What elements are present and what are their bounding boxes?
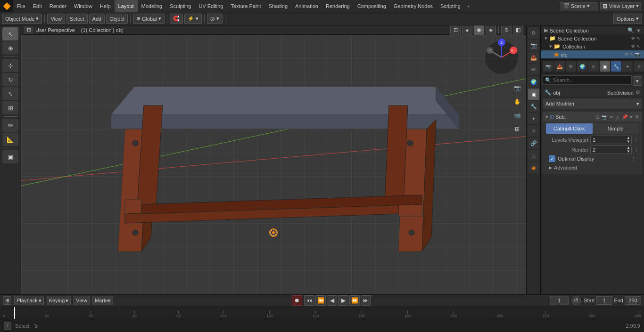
scene-selector[interactable]: 🎬 Scene ▾ (561, 2, 598, 10)
render-increment[interactable]: ▲ ▼ (627, 146, 630, 154)
add-workspace-button[interactable]: + (464, 0, 473, 12)
properties-modifier-btn[interactable]: 🔧 (528, 101, 539, 112)
nav-gizmo[interactable]: X Y Z (483, 39, 520, 76)
start-frame-field[interactable]: 1 (596, 296, 612, 305)
wireframe-btn[interactable]: ⊡ (450, 25, 461, 35)
transform-tool[interactable]: ⊞ (2, 101, 18, 114)
transform-dropdown[interactable]: ⊕ Global ▾ (133, 14, 165, 24)
hide3-icon[interactable]: 👁 (624, 52, 629, 57)
camera-view-btn[interactable]: 📷 (511, 82, 523, 94)
proportional-btn[interactable]: ◎ ▾ (207, 14, 223, 24)
render-dots[interactable]: ⋮ (634, 147, 639, 153)
properties-output-btn[interactable]: 📤 (528, 52, 539, 63)
mod-options-icon[interactable]: ⚙ (636, 89, 640, 96)
menu-window[interactable]: Window (70, 0, 96, 12)
current-frame-field[interactable]: 1 (550, 296, 569, 305)
outliner-item-obj[interactable]: ▣ obj 👁 ↖ 📷 (541, 50, 644, 58)
properties-particle-btn[interactable]: ✦ (528, 113, 539, 124)
view-menu[interactable]: View (47, 14, 65, 24)
catmull-clark-button[interactable]: Catmull-Clark (546, 123, 593, 134)
properties-material-btn[interactable]: ◉ (528, 162, 539, 173)
props-tab-world[interactable]: ⊙ (588, 61, 599, 72)
optimal-display-checkbox[interactable]: ✓ (549, 155, 555, 162)
snap-btn[interactable]: ⚡ ▾ (184, 14, 202, 24)
material-btn[interactable]: ◉ (474, 25, 484, 35)
overlay-btn[interactable]: ⊙ (501, 25, 512, 35)
rotate-tool[interactable]: ↻ (2, 73, 18, 86)
properties-world-btn[interactable]: 🌍 (528, 76, 539, 88)
record-btn[interactable]: ⏺ (292, 295, 302, 306)
properties-physics-btn[interactable]: ⚛ (528, 125, 539, 137)
select-tool[interactable]: ↖ (2, 27, 18, 40)
scale-tool[interactable]: ⤡ (2, 87, 18, 100)
tab-modeling[interactable]: Modeling (138, 0, 166, 12)
cursor-tool[interactable]: ⊕ (2, 41, 18, 55)
menu-edit[interactable]: Edit (29, 0, 46, 12)
viewport-type-icon[interactable]: ⊞ (24, 26, 33, 34)
sel2-icon[interactable]: ↖ (636, 44, 640, 49)
tab-sculpting[interactable]: Sculpting (166, 0, 195, 12)
marker-dropdown[interactable]: Marker (92, 296, 113, 305)
outliner-search-icon[interactable]: 🔍 (627, 27, 634, 33)
properties-object-btn[interactable]: ▣ (528, 89, 539, 100)
tab-geometry-nodes[interactable]: Geometry Nodes (390, 0, 437, 12)
jump-end-btn[interactable]: ⏭ (361, 295, 371, 306)
xray-btn[interactable]: ◧ (513, 25, 523, 35)
menu-file[interactable]: File (13, 0, 29, 12)
props-tab-output[interactable]: 📤 (554, 61, 565, 72)
properties-render-btn[interactable]: 📷 (528, 40, 539, 51)
add-menu[interactable]: Add (89, 14, 105, 24)
hide2-icon[interactable]: 👁 (631, 44, 636, 49)
render3-icon[interactable]: 📷 (635, 52, 640, 57)
play-back-btn[interactable]: ◀ (327, 295, 337, 306)
tab-compositing[interactable]: Compositing (354, 0, 390, 12)
mod-realtime-icon[interactable]: ⊡ (595, 114, 599, 120)
properties-constraints-btn[interactable]: 🔗 (528, 138, 539, 149)
advanced-row[interactable]: ▶ Advanced (546, 163, 639, 172)
properties-data-btn[interactable]: △ (528, 150, 539, 161)
mod-arrow-icon[interactable]: ▾ (630, 114, 632, 120)
props-tab-physics[interactable]: ⚛ (634, 61, 644, 72)
3d-viewport[interactable]: X Y Z 📷 ✋ 📹 ⊞ (21, 35, 526, 294)
render-field[interactable]: 2 ▲ ▼ (590, 146, 632, 154)
object-menu[interactable]: Object (106, 14, 128, 24)
move-tool[interactable]: ⊹ (2, 59, 18, 72)
timeline-type-icon[interactable]: ⊞ (3, 296, 11, 305)
menu-help[interactable]: Help (96, 0, 115, 12)
view-layer-selector[interactable]: 🖼 View Layer ▾ (600, 2, 641, 10)
tab-layout[interactable]: Layout (115, 0, 138, 12)
props-tab-particles[interactable]: ✦ (622, 61, 633, 72)
solid-btn[interactable]: ● (462, 25, 472, 35)
tab-shading[interactable]: Shading (265, 0, 291, 12)
object-mode-dropdown[interactable]: Object Mode ▾ (2, 14, 42, 24)
props-tab-modifier[interactable]: 🔧 (611, 61, 621, 72)
play-btn[interactable]: ▶ (338, 295, 348, 306)
zoom-camera-btn[interactable]: 📹 (511, 109, 523, 121)
simple-button[interactable]: Simple (593, 123, 639, 134)
modifier-options-btn[interactable]: ▾ (633, 76, 642, 86)
mod-edit-icon[interactable]: ✏ (610, 114, 613, 120)
jump-start-btn[interactable]: ⏮ (304, 295, 314, 306)
tab-uv-editing[interactable]: UV Editing (195, 0, 227, 12)
select-icon[interactable]: ↖ (636, 36, 640, 41)
keying-dropdown[interactable]: Keying ▾ (47, 296, 71, 305)
props-search-field[interactable]: 🔍 (543, 75, 632, 85)
outliner-item-scene-collection[interactable]: ▾ 📁 Scene Collection 👁 ↖ (541, 34, 644, 42)
step-back-btn[interactable]: ⏪ (315, 295, 326, 306)
mod-render-icon[interactable]: 📷 (602, 114, 607, 120)
props-tab-object[interactable]: ▣ (600, 61, 610, 72)
tab-texture-paint[interactable]: Texture Paint (227, 0, 264, 12)
select-menu[interactable]: Select (66, 14, 88, 24)
outliner-filter-icon[interactable]: ▼ (636, 28, 641, 33)
properties-view-btn[interactable]: 👁 (528, 64, 539, 75)
measure-tool[interactable]: 📐 (2, 133, 18, 146)
add-modifier-button[interactable]: Add Modifier ▾ (543, 98, 642, 109)
playback-dropdown[interactable]: Playback ▾ (14, 296, 44, 305)
sel3-icon[interactable]: ↖ (630, 52, 634, 57)
optimal-display-dots[interactable]: ⋮ (631, 156, 636, 162)
levels-viewport-dots[interactable]: ⋮ (634, 137, 639, 143)
mod-close-icon[interactable]: ✕ (635, 113, 639, 120)
levels-viewport-field[interactable]: 1 ▲ ▼ (590, 136, 632, 144)
view-dropdown[interactable]: View (74, 296, 90, 305)
tab-animation[interactable]: Animation (291, 0, 322, 12)
